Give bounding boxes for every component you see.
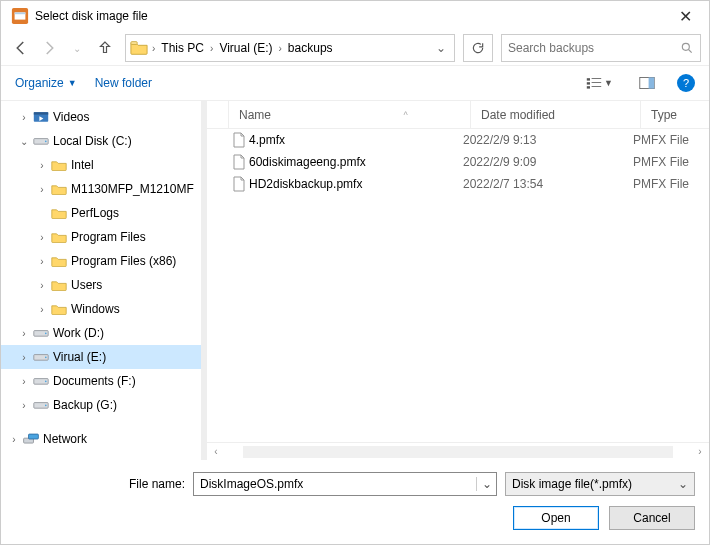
file-row[interactable]: 60diskimageeng.pmfx2022/2/9 9:09PMFX Fil…: [207, 151, 709, 173]
chevron-right-icon[interactable]: ›: [208, 43, 215, 54]
app-icon: [11, 7, 29, 25]
tree-item[interactable]: Local Disk (C:): [1, 129, 201, 153]
view-mode-button[interactable]: ▼: [582, 76, 617, 90]
up-button[interactable]: [93, 36, 117, 60]
breadcrumb-dropdown[interactable]: ⌄: [430, 41, 452, 55]
tree-item[interactable]: Windows: [1, 297, 201, 321]
drive-icon: [31, 135, 51, 147]
refresh-button[interactable]: [463, 34, 493, 62]
tree-item[interactable]: M1130MFP_M1210MF: [1, 177, 201, 201]
tree-item-label: Program Files (x86): [69, 254, 176, 268]
expand-icon[interactable]: [35, 160, 49, 171]
drive-icon: [31, 399, 51, 411]
file-row[interactable]: 4.pmfx2022/2/9 9:13PMFX File: [207, 129, 709, 151]
filetype-filter[interactable]: Disk image file(*.pmfx) ⌄: [505, 472, 695, 496]
svg-rect-9: [587, 86, 590, 88]
tree-item[interactable]: Documents (F:): [1, 369, 201, 393]
expand-icon[interactable]: [17, 328, 31, 339]
tree-item[interactable]: Network: [1, 427, 201, 451]
breadcrumb-seg[interactable]: backups: [284, 41, 337, 55]
svg-point-21: [45, 357, 47, 359]
nav-bar: ⌄ › This PC › Virual (E:) › backups ⌄: [1, 31, 709, 65]
file-pane: Name^ Date modified Type 4.pmfx2022/2/9 …: [207, 101, 709, 460]
expand-icon[interactable]: [17, 352, 31, 363]
svg-point-19: [45, 333, 47, 335]
select-all-checkbox[interactable]: [207, 101, 229, 128]
tree-item[interactable]: Program Files: [1, 225, 201, 249]
tree-item-label: Users: [69, 278, 102, 292]
svg-rect-7: [587, 82, 590, 84]
col-type[interactable]: Type: [641, 101, 709, 128]
filename-combobox[interactable]: ⌄: [193, 472, 497, 496]
preview-pane-button[interactable]: [635, 76, 659, 90]
chevron-right-icon[interactable]: ›: [150, 43, 157, 54]
tree-item[interactable]: Work (D:): [1, 321, 201, 345]
svg-point-4: [682, 43, 689, 50]
folder-icon: [49, 279, 69, 291]
expand-icon[interactable]: [7, 434, 21, 445]
cancel-button[interactable]: Cancel: [609, 506, 695, 530]
tree-item-label: Intel: [69, 158, 94, 172]
organize-menu[interactable]: Organize▼: [15, 76, 77, 90]
chevron-right-icon[interactable]: ›: [277, 43, 284, 54]
filename-input[interactable]: [194, 477, 476, 491]
expand-icon[interactable]: [35, 304, 49, 315]
file-date: 2022/2/7 13:54: [463, 177, 633, 191]
tree-item[interactable]: Videos: [1, 105, 201, 129]
folder-tree[interactable]: VideosLocal Disk (C:)IntelM1130MFP_M1210…: [1, 101, 201, 455]
expand-icon[interactable]: [35, 184, 49, 195]
folder-icon: [49, 231, 69, 243]
tree-item-label: Documents (F:): [51, 374, 136, 388]
breadcrumb[interactable]: › This PC › Virual (E:) › backups ⌄: [125, 34, 455, 62]
new-folder-button[interactable]: New folder: [95, 76, 152, 90]
file-type: PMFX File: [633, 177, 709, 191]
file-list[interactable]: 4.pmfx2022/2/9 9:13PMFX File60diskimagee…: [207, 129, 709, 442]
scrollbar-track[interactable]: [243, 446, 673, 458]
expand-icon[interactable]: [17, 376, 31, 387]
tree-item[interactable]: Intel: [1, 153, 201, 177]
window-title: Select disk image file: [35, 9, 665, 23]
breadcrumb-seg[interactable]: This PC: [157, 41, 208, 55]
expand-icon[interactable]: [17, 112, 31, 123]
tree-item[interactable]: PerfLogs: [1, 201, 201, 225]
search-input[interactable]: [508, 41, 680, 55]
tree-item-label: Local Disk (C:): [51, 134, 132, 148]
scroll-left-icon[interactable]: ‹: [207, 446, 225, 457]
search-box[interactable]: [501, 34, 701, 62]
file-type: PMFX File: [633, 133, 709, 147]
folder-icon: [49, 255, 69, 267]
tree-item[interactable]: Backup (G:): [1, 393, 201, 417]
chevron-down-icon[interactable]: ⌄: [476, 477, 496, 491]
close-button[interactable]: ✕: [665, 1, 705, 31]
tree-item-label: Network: [41, 432, 87, 446]
chevron-down-icon: ⌄: [678, 477, 688, 491]
file-row[interactable]: HD2diskbackup.pmfx2022/2/7 13:54PMFX Fil…: [207, 173, 709, 195]
expand-icon[interactable]: [35, 280, 49, 291]
tree-item-label: M1130MFP_M1210MF: [69, 182, 194, 196]
tree-item[interactable]: Users: [1, 273, 201, 297]
expand-icon[interactable]: [35, 232, 49, 243]
scroll-right-icon[interactable]: ›: [691, 446, 709, 457]
recent-dropdown[interactable]: ⌄: [65, 36, 89, 60]
forward-button[interactable]: [37, 36, 61, 60]
tree-item[interactable]: Virual (E:): [1, 345, 201, 369]
tree-item[interactable]: Program Files (x86): [1, 249, 201, 273]
open-button[interactable]: Open: [513, 506, 599, 530]
splitter[interactable]: [201, 101, 207, 460]
expand-icon[interactable]: [35, 256, 49, 267]
titlebar: Select disk image file ✕: [1, 1, 709, 31]
svg-rect-10: [592, 86, 602, 87]
filename-label: File name:: [15, 477, 185, 491]
svg-point-17: [45, 141, 47, 143]
svg-rect-8: [592, 82, 602, 83]
expand-icon[interactable]: [17, 136, 31, 147]
expand-icon[interactable]: [17, 400, 31, 411]
col-name[interactable]: Name^: [229, 101, 471, 128]
col-date[interactable]: Date modified: [471, 101, 641, 128]
back-button[interactable]: [9, 36, 33, 60]
svg-rect-12: [649, 77, 655, 88]
tree-item-label: Work (D:): [51, 326, 104, 340]
help-button[interactable]: ?: [677, 74, 695, 92]
horizontal-scrollbar[interactable]: ‹ ›: [207, 442, 709, 460]
breadcrumb-seg[interactable]: Virual (E:): [215, 41, 276, 55]
